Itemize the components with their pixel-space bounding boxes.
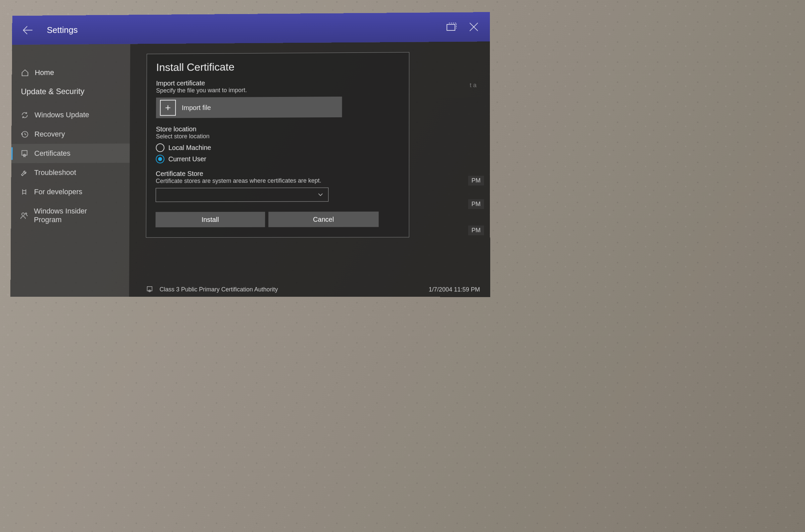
home-icon	[21, 69, 29, 77]
certificate-icon	[20, 149, 28, 157]
sidebar-item-label: For developers	[34, 188, 82, 196]
sidebar-item-certificates[interactable]: Certificates	[11, 144, 130, 163]
cert-store-dropdown[interactable]	[156, 188, 328, 202]
history-icon	[21, 130, 29, 138]
back-arrow-icon	[21, 23, 34, 37]
window-frame-icon	[445, 20, 458, 34]
background-row: PM	[468, 176, 484, 186]
certificate-date: 1/7/2004 11:59 PM	[429, 286, 480, 293]
close-button[interactable]	[464, 17, 483, 36]
settings-window: Settings	[8, 13, 805, 532]
window-body: Home Update & Security Windows Update Re…	[11, 41, 490, 297]
svg-rect-1	[447, 24, 455, 31]
cert-store-subtext: Certificate stores are system areas wher…	[156, 177, 400, 185]
back-button[interactable]	[19, 21, 37, 39]
sidebar-item-windows-update[interactable]: Windows Update	[12, 105, 130, 125]
chevron-down-icon	[318, 191, 324, 197]
background-partial-text: t a	[470, 82, 477, 89]
sidebar-item-label: Troubleshoot	[34, 168, 76, 177]
background-pm-label: PM	[472, 201, 481, 208]
sidebar-item-for-developers[interactable]: For developers	[11, 182, 130, 202]
import-file-button[interactable]: + Import file	[156, 97, 342, 118]
certificate-name: Class 3 Public Primary Certification Aut…	[159, 286, 422, 293]
sidebar-item-troubleshoot[interactable]: Troubleshoot	[11, 163, 130, 183]
store-location-heading: Store location	[156, 124, 400, 133]
install-button-label: Install	[202, 215, 219, 223]
install-certificate-dialog: Install Certificate Import certificate S…	[146, 52, 409, 238]
sidebar-item-recovery[interactable]: Recovery	[11, 124, 130, 144]
radio-local-machine[interactable]: Local Machine	[156, 142, 399, 152]
background-pm-label: PM	[472, 227, 481, 234]
radio-label: Current User	[168, 155, 207, 163]
follow-me-button[interactable]	[442, 18, 461, 36]
sync-icon	[21, 111, 29, 119]
titlebar: Settings	[12, 12, 490, 45]
radio-icon	[156, 144, 165, 152]
sidebar-item-label: Certificates	[34, 149, 71, 158]
import-subtext: Specify the file you want to import.	[156, 86, 400, 94]
svg-rect-15	[147, 287, 152, 291]
svg-point-13	[22, 213, 24, 215]
sidebar-item-label: Windows Insider Program	[34, 207, 106, 225]
certificate-list-row[interactable]: Class 3 Public Primary Certification Aut…	[146, 285, 480, 294]
sidebar-home[interactable]: Home	[12, 64, 130, 81]
dev-icon	[20, 188, 28, 196]
radio-icon	[156, 155, 165, 164]
svg-point-14	[25, 213, 27, 214]
certificate-icon	[146, 285, 154, 293]
cancel-button[interactable]: Cancel	[268, 211, 379, 227]
install-button[interactable]: Install	[155, 212, 265, 227]
sidebar-item-label: Recovery	[34, 130, 65, 139]
sidebar-item-label: Windows Update	[34, 111, 89, 120]
plus-icon: +	[160, 100, 176, 116]
sidebar-section-label: Update & Security	[12, 80, 130, 106]
store-location-subtext: Select store location	[156, 132, 399, 140]
cert-store-heading: Certificate Store	[156, 169, 400, 178]
sidebar-home-label: Home	[35, 68, 54, 77]
dialog-button-row: Install Cancel	[155, 211, 399, 227]
radio-current-user[interactable]: Current User	[156, 154, 399, 163]
window-title: Settings	[47, 22, 439, 35]
insider-icon	[20, 211, 28, 220]
background-pm-label: PM	[472, 177, 481, 184]
background-row: PM	[468, 226, 484, 235]
close-icon	[468, 21, 480, 33]
cancel-button-label: Cancel	[313, 215, 334, 223]
background-row: PM	[468, 199, 484, 209]
radio-label: Local Machine	[168, 144, 211, 151]
sidebar: Home Update & Security Windows Update Re…	[11, 44, 130, 297]
sidebar-item-insider[interactable]: Windows Insider Program	[11, 202, 129, 230]
dialog-title: Install Certificate	[156, 60, 399, 74]
import-file-label: Import file	[182, 103, 211, 111]
content-area: t a PM PM PM Install Certificate Import …	[129, 41, 490, 297]
wrench-icon	[20, 169, 28, 177]
svg-rect-5	[22, 150, 27, 155]
